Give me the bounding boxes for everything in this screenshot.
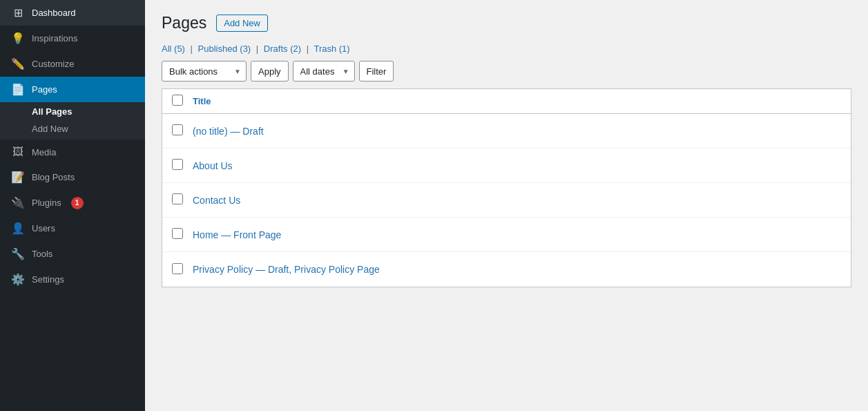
sidebar-item-dashboard[interactable]: ⊞ Dashboard xyxy=(0,0,145,26)
main-content: Pages Add New All (5) | Published (3) | … xyxy=(145,0,868,411)
pages-icon: 📄 xyxy=(11,83,25,96)
table-row: (no title) — Draft xyxy=(162,114,851,149)
sidebar-item-label: Pages xyxy=(32,84,57,95)
table-row: Privacy Policy — Draft, Privacy Policy P… xyxy=(162,252,851,287)
row-checkbox[interactable] xyxy=(172,228,183,239)
dashboard-icon: ⊞ xyxy=(11,6,25,19)
settings-icon: ⚙️ xyxy=(11,273,25,286)
sidebar-item-label: Dashboard xyxy=(32,8,76,18)
row-checkbox-col xyxy=(172,228,193,241)
sidebar-item-label: Plugins xyxy=(32,198,61,208)
all-dates-wrapper: All dates ▼ xyxy=(293,61,355,82)
submenu-add-new[interactable]: Add New xyxy=(0,121,145,140)
bulk-actions-wrapper: Bulk actions Edit Move to Trash ▼ xyxy=(162,61,247,82)
tools-icon: 🔧 xyxy=(11,247,25,260)
filter-trash[interactable]: Trash (1) xyxy=(314,44,349,54)
filter-drafts[interactable]: Drafts (2) xyxy=(264,44,301,54)
filter-button[interactable]: Filter xyxy=(359,61,394,82)
page-header: Pages Add New xyxy=(162,14,851,32)
pages-table: Title (no title) — Draft About Us xyxy=(162,88,851,287)
row-checkbox-col xyxy=(172,263,193,276)
row-checkbox[interactable] xyxy=(172,263,183,274)
add-new-button[interactable]: Add New xyxy=(216,15,268,32)
customize-icon: ✏️ xyxy=(11,57,25,70)
media-icon: 🖼 xyxy=(11,146,25,158)
title-column-header: Title xyxy=(193,96,841,106)
row-title-link[interactable]: Contact Us xyxy=(193,195,240,206)
row-checkbox-col xyxy=(172,124,193,137)
table-row: Contact Us xyxy=(162,183,851,218)
row-checkbox[interactable] xyxy=(172,124,183,135)
row-title-link[interactable]: (no title) — Draft xyxy=(193,126,264,137)
sidebar: ⊞ Dashboard 💡 Inspirations ✏️ Customize … xyxy=(0,0,145,411)
bulk-actions-select[interactable]: Bulk actions Edit Move to Trash xyxy=(162,61,247,82)
all-dates-select[interactable]: All dates xyxy=(293,61,355,82)
row-title-link[interactable]: About Us xyxy=(193,160,233,171)
sidebar-item-customize[interactable]: ✏️ Customize xyxy=(0,51,145,77)
sidebar-item-label: Customize xyxy=(32,59,74,69)
row-title-link[interactable]: Home — Front Page xyxy=(193,229,281,240)
page-title: Pages xyxy=(162,14,206,32)
submenu-all-pages[interactable]: All Pages xyxy=(0,102,145,121)
sidebar-item-label: Users xyxy=(32,223,55,233)
sidebar-item-label: Tools xyxy=(32,249,52,259)
row-content: About Us xyxy=(193,160,841,171)
sidebar-item-label: Settings xyxy=(32,274,64,285)
sidebar-item-label: Blog Posts xyxy=(32,172,75,182)
inspirations-icon: 💡 xyxy=(11,32,25,45)
sidebar-item-settings[interactable]: ⚙️ Settings xyxy=(0,267,145,292)
plugins-badge: 1 xyxy=(71,197,84,209)
toolbar: Bulk actions Edit Move to Trash ▼ Apply … xyxy=(162,61,851,82)
row-checkbox-col xyxy=(172,193,193,207)
sidebar-item-inspirations[interactable]: 💡 Inspirations xyxy=(0,26,145,51)
row-content: (no title) — Draft xyxy=(193,126,841,137)
row-checkbox[interactable] xyxy=(172,159,183,170)
row-content: Home — Front Page xyxy=(193,229,841,240)
pages-submenu: All Pages Add New xyxy=(0,102,145,140)
filter-published[interactable]: Published (3) xyxy=(198,44,251,54)
row-content: Contact Us xyxy=(193,195,841,206)
sidebar-item-blogposts[interactable]: 📝 Blog Posts xyxy=(0,164,145,190)
row-content: Privacy Policy — Draft, Privacy Policy P… xyxy=(193,264,841,275)
blogposts-icon: 📝 xyxy=(11,171,25,184)
table-row: About Us xyxy=(162,149,851,183)
sidebar-item-plugins[interactable]: 🔌 Plugins 1 xyxy=(0,190,145,216)
users-icon: 👤 xyxy=(11,222,25,235)
select-all-checkbox[interactable] xyxy=(172,95,183,106)
sidebar-item-media[interactable]: 🖼 Media xyxy=(0,140,145,164)
sidebar-item-users[interactable]: 👤 Users xyxy=(0,216,145,241)
header-checkbox-col xyxy=(172,95,193,108)
row-checkbox[interactable] xyxy=(172,193,183,204)
table-header: Title xyxy=(162,89,851,114)
plugins-icon: 🔌 xyxy=(11,196,25,209)
apply-button[interactable]: Apply xyxy=(251,61,289,82)
filter-all[interactable]: All (5) xyxy=(162,44,185,54)
row-checkbox-col xyxy=(172,159,193,172)
filter-bar: All (5) | Published (3) | Drafts (2) | T… xyxy=(162,44,851,54)
sidebar-item-label: Media xyxy=(32,147,56,157)
row-title-link[interactable]: Privacy Policy — Draft, Privacy Policy P… xyxy=(193,264,380,275)
table-row: Home — Front Page xyxy=(162,218,851,252)
title-sort-link[interactable]: Title xyxy=(193,96,211,106)
sidebar-item-tools[interactable]: 🔧 Tools xyxy=(0,241,145,267)
sidebar-item-pages[interactable]: 📄 Pages xyxy=(0,77,145,102)
sidebar-item-label: Inspirations xyxy=(32,33,77,44)
